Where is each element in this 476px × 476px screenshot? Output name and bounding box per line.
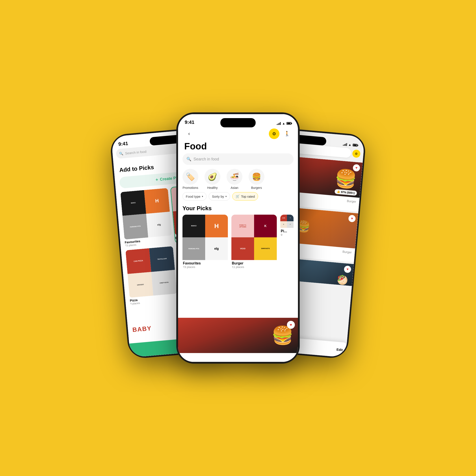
sort-by-label: Sorty by xyxy=(212,195,224,198)
search-placeholder-center: Search in food xyxy=(193,157,219,162)
promotions-label: Promotions xyxy=(183,186,198,189)
left-search-placeholder: Search in food xyxy=(125,149,147,155)
bigals-category: Burger xyxy=(342,250,352,254)
restaurant-preview-center: 🍔 ♥ xyxy=(178,318,298,362)
top-rated-filter[interactable]: 🛒 Top rated xyxy=(232,192,258,201)
top-rated-icon: 🛒 xyxy=(236,194,240,198)
pick-pizza[interactable]: CAN PIZZA TRYFALGAR GROSSO CREP NOVA Piz… xyxy=(125,246,178,306)
center-pick-burger[interactable]: PORKY'SUPTOWN K VICIO GHIVUO'S Burger 11… xyxy=(231,215,277,269)
toast-edit-btn[interactable]: Edit xyxy=(336,347,343,352)
search-icon-left: 🔍 xyxy=(119,151,123,156)
signal-bars-center xyxy=(277,122,281,125)
dynamic-island-center xyxy=(220,118,256,127)
thumbs-up-icon: 👍 xyxy=(337,190,340,193)
category-burgers[interactable]: 🍔 Burgers xyxy=(249,169,264,189)
center-pick-partial[interactable]: CAN T G C Pi... 9 xyxy=(280,215,293,269)
settings-icon-right: ⚙ xyxy=(355,152,358,155)
category-promotions[interactable]: 🏷️ Promotions xyxy=(183,169,198,189)
search-icon-center: 🔍 xyxy=(187,157,191,162)
sort-by-arrow: ▾ xyxy=(225,195,227,198)
center-phone: 9:41 ▲ ‹ xyxy=(176,112,300,364)
modal-title: Add to Picks xyxy=(119,164,154,174)
burgers-icon: 🍔 xyxy=(249,169,264,185)
wifi-icon-center: ▲ xyxy=(282,122,285,125)
plus-icon: + xyxy=(155,177,158,182)
filter-icon-btn[interactable]: ⚙ xyxy=(269,128,279,139)
page-title: Food xyxy=(184,141,207,152)
runner-icon-btn[interactable]: 🚶 xyxy=(282,129,292,139)
heart-button-center[interactable]: ♥ xyxy=(287,321,295,329)
healthy-icon: 🥑 xyxy=(204,169,220,185)
filter-icon: ⚙ xyxy=(272,131,276,136)
vicio-rating: 97% (500+) xyxy=(341,190,355,195)
food-image-center: 🍔 xyxy=(178,318,298,353)
filters-row: Food type ▾ Sorty by ▾ 🛒 Top rated xyxy=(183,192,293,201)
status-icons-center: ▲ xyxy=(277,122,291,125)
your-picks-title: Your Picks xyxy=(183,205,212,212)
burgers-label: Burgers xyxy=(251,186,262,189)
signal-bars-right xyxy=(343,143,347,146)
wifi-icon-right: ▲ xyxy=(348,143,352,147)
categories-row: 🏷️ Promotions 🥑 Healthy 🍜 Asian 🍔 Burger… xyxy=(183,169,293,189)
promotions-icon: 🏷️ xyxy=(183,169,198,185)
center-picks-row: MAKO H PARKING PITA elg Favourites 23 pl… xyxy=(183,215,293,269)
sort-by-filter[interactable]: Sorty by ▾ xyxy=(209,192,230,201)
battery-center xyxy=(287,122,291,125)
category-healthy[interactable]: 🥑 Healthy xyxy=(204,169,220,189)
runner-icon: 🚶 xyxy=(284,131,290,137)
nav-icons: ⚙ 🚶 xyxy=(269,128,292,139)
asian-icon: 🍜 xyxy=(226,169,242,185)
pick-favourites[interactable]: MAKO H PARKING PITA elg Favourites 23 pl… xyxy=(120,188,172,247)
top-rated-label: Top rated xyxy=(241,195,255,198)
asian-label: Asian xyxy=(231,186,238,189)
battery-right xyxy=(353,144,358,147)
food-type-label: Food type xyxy=(186,195,201,198)
right-settings-btn[interactable]: ⚙ xyxy=(352,149,361,158)
food-type-filter[interactable]: Food type ▾ xyxy=(183,192,206,201)
third-food-image: 🥙 xyxy=(337,274,348,286)
center-pick-favourites[interactable]: MAKO H PARKING PITA elg Favourites 23 pl… xyxy=(183,215,228,269)
food-type-arrow: ▾ xyxy=(202,195,203,198)
center-nav: ‹ ⚙ 🚶 xyxy=(178,128,298,139)
status-time-center: 9:41 xyxy=(185,119,194,125)
status-time-left: 9:41 xyxy=(118,141,128,147)
center-phone-content: 9:41 ▲ ‹ xyxy=(178,114,298,362)
status-icons-right: ▲ xyxy=(343,142,358,147)
healthy-label: Healthy xyxy=(207,186,218,189)
vicio-category: Burger xyxy=(347,199,356,204)
back-button[interactable]: ‹ xyxy=(184,129,194,139)
category-asian[interactable]: 🍜 Asian xyxy=(226,169,242,189)
center-search-bar[interactable]: 🔍 Search in food xyxy=(183,153,293,165)
